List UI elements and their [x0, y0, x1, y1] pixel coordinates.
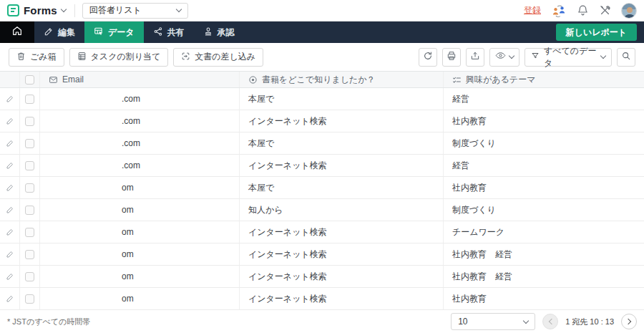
- document-merge-button[interactable]: 文書の差し込み: [173, 48, 263, 67]
- table-row: .com インターネット検索 社内教育: [0, 110, 644, 132]
- assign-task-button[interactable]: タスクの割り当て: [69, 48, 169, 67]
- email-cell[interactable]: om: [40, 177, 240, 198]
- data-icon: [94, 26, 104, 39]
- source-cell[interactable]: インターネット検索: [240, 221, 444, 243]
- row-checkbox-cell: [20, 155, 40, 176]
- data-table: Email 書籍をどこで知りましたか？ 興味があるテーマ: [0, 71, 644, 310]
- pencil-icon[interactable]: [6, 250, 14, 259]
- avatar[interactable]: [621, 3, 637, 19]
- bell-icon[interactable]: [577, 4, 589, 16]
- source-cell[interactable]: インターネット検索: [240, 288, 444, 309]
- theme-cell[interactable]: 制度づくり: [444, 132, 644, 154]
- pencil-icon[interactable]: [6, 183, 14, 192]
- row-checkbox[interactable]: [25, 228, 34, 237]
- nav-home[interactable]: [0, 21, 34, 43]
- pencil-icon[interactable]: [6, 294, 14, 303]
- header-question[interactable]: 書籍をどこで知りましたか？: [240, 72, 444, 87]
- source-cell[interactable]: インターネット検索: [240, 243, 444, 265]
- theme-cell[interactable]: チームワーク: [444, 221, 644, 243]
- theme-cell[interactable]: 社内教育: [444, 177, 644, 198]
- row-checkbox[interactable]: [25, 294, 34, 304]
- source-cell[interactable]: 本屋で: [240, 88, 444, 110]
- referral-icon[interactable]: [551, 4, 567, 17]
- pencil-icon[interactable]: [6, 206, 14, 214]
- source-value: インターネット検索: [248, 248, 327, 261]
- source-cell[interactable]: インターネット検索: [240, 110, 444, 132]
- row-checkbox-cell: [20, 177, 40, 198]
- email-cell[interactable]: .com: [40, 88, 240, 110]
- row-checkbox[interactable]: [25, 206, 34, 215]
- next-page-button[interactable]: [621, 314, 637, 329]
- theme-cell[interactable]: 社内教育 経営: [444, 266, 644, 287]
- prev-page-button[interactable]: [542, 314, 558, 329]
- email-cell[interactable]: .com: [40, 132, 240, 154]
- tab-share[interactable]: 共有: [144, 21, 194, 43]
- email-cell[interactable]: om: [40, 266, 240, 287]
- header-edit-cell: [0, 72, 20, 87]
- row-edit-cell: [0, 243, 20, 265]
- email-cell[interactable]: om: [40, 243, 240, 265]
- column-visibility-button[interactable]: [489, 48, 519, 67]
- row-checkbox[interactable]: [25, 95, 34, 104]
- row-edit-cell: [0, 132, 20, 154]
- export-button[interactable]: [466, 48, 484, 67]
- funnel-icon: [531, 52, 540, 62]
- new-report-button[interactable]: 新しいレポート: [556, 24, 637, 41]
- select-all-checkbox[interactable]: [25, 75, 34, 85]
- email-cell[interactable]: om: [40, 199, 240, 221]
- pencil-icon[interactable]: [6, 272, 14, 281]
- row-checkbox-cell: [20, 221, 40, 243]
- chevron-down-icon: [176, 6, 182, 12]
- chevron-down-icon: [509, 53, 514, 59]
- tab-data[interactable]: データ: [84, 21, 144, 43]
- source-value: 本屋で: [248, 93, 274, 105]
- email-cell[interactable]: om: [40, 221, 240, 243]
- theme-cell[interactable]: 経営: [444, 88, 644, 110]
- source-cell[interactable]: インターネット検索: [240, 155, 444, 176]
- row-checkbox[interactable]: [25, 161, 34, 170]
- email-value: .com: [49, 138, 140, 148]
- print-button[interactable]: [442, 48, 461, 67]
- pencil-icon[interactable]: [6, 95, 14, 103]
- source-cell[interactable]: インターネット検索: [240, 266, 444, 287]
- pencil-icon[interactable]: [6, 161, 14, 170]
- source-cell[interactable]: 知人から: [240, 199, 444, 221]
- page-size-select[interactable]: 10: [451, 313, 535, 330]
- mail-icon: [49, 75, 58, 85]
- tab-approval[interactable]: 承認: [194, 21, 244, 43]
- theme-cell[interactable]: 制度づくり: [444, 199, 644, 221]
- filter-select[interactable]: すべてのデータ: [525, 48, 612, 67]
- row-checkbox[interactable]: [25, 183, 34, 193]
- theme-value: 制度づくり: [452, 204, 496, 216]
- theme-cell[interactable]: 社内教育 経営: [444, 243, 644, 265]
- form-select[interactable]: 回答者リスト: [82, 3, 188, 19]
- pencil-icon[interactable]: [6, 139, 14, 148]
- chevron-down-icon: [600, 53, 606, 59]
- footer-right: 10 1 宛先 10 : 13: [451, 313, 637, 330]
- trash-button[interactable]: ごみ箱: [9, 48, 64, 67]
- app-logo[interactable]: Forms: [7, 4, 66, 16]
- email-cell[interactable]: .com: [40, 110, 240, 132]
- row-checkbox[interactable]: [25, 250, 34, 259]
- pencil-icon[interactable]: [6, 117, 14, 125]
- row-checkbox[interactable]: [25, 139, 34, 148]
- header-email[interactable]: Email: [40, 72, 240, 87]
- search-button[interactable]: [617, 48, 635, 67]
- theme-cell[interactable]: 経営: [444, 155, 644, 176]
- pencil-icon[interactable]: [6, 228, 14, 236]
- row-checkbox[interactable]: [25, 117, 34, 126]
- header-theme[interactable]: 興味があるテーマ: [444, 72, 644, 87]
- email-cell[interactable]: .com: [40, 155, 240, 176]
- tools-icon[interactable]: [599, 4, 611, 16]
- email-cell[interactable]: om: [40, 288, 240, 309]
- row-checkbox[interactable]: [25, 272, 34, 281]
- share-icon: [153, 26, 163, 39]
- tab-label: 承認: [218, 26, 235, 39]
- tab-edit[interactable]: 編集: [34, 21, 84, 43]
- source-cell[interactable]: 本屋で: [240, 132, 444, 154]
- theme-cell[interactable]: 社内教育: [444, 288, 644, 309]
- source-cell[interactable]: 本屋で: [240, 177, 444, 198]
- register-link[interactable]: 登録: [524, 4, 541, 16]
- refresh-button[interactable]: [419, 48, 437, 67]
- theme-cell[interactable]: 社内教育: [444, 110, 644, 132]
